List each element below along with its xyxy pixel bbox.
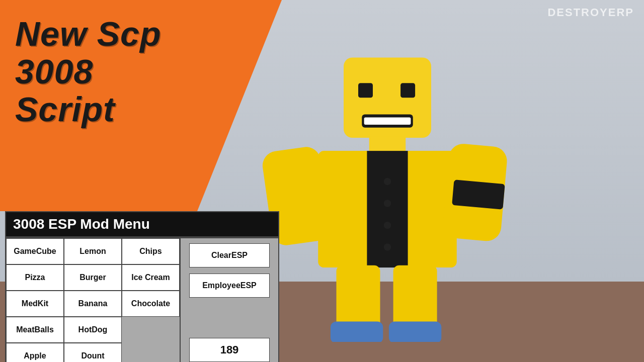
svg-rect-16 — [393, 265, 437, 331]
menu-grid: GameCube Lemon Chips Pizza Burger Ice Cr… — [6, 238, 181, 362]
svg-point-10 — [384, 222, 391, 229]
svg-rect-18 — [389, 321, 441, 342]
esp-count-display: 189 — [189, 338, 270, 362]
watermark-text: DESTROYERP — [547, 6, 634, 19]
svg-rect-15 — [337, 265, 380, 331]
menu-item-gamecube[interactable]: GameCube — [6, 238, 64, 264]
svg-point-11 — [384, 243, 391, 251]
menu-item-empty-1 — [122, 317, 180, 343]
menu-item-dount[interactable]: Dount — [64, 343, 122, 362]
menu-item-chips[interactable]: Chips — [122, 238, 180, 264]
svg-rect-17 — [331, 321, 383, 342]
banner-title: New Scp 3008 Script — [15, 15, 161, 128]
menu-right-panel: ClearESP EmployeeESP 189 — [181, 238, 278, 362]
menu-item-chocolate[interactable]: Chocolate — [122, 291, 180, 317]
mod-menu-body: GameCube Lemon Chips Pizza Burger Ice Cr… — [5, 237, 279, 362]
menu-item-icecream[interactable]: Ice Cream — [122, 264, 180, 291]
menu-item-lemon[interactable]: Lemon — [64, 238, 122, 264]
menu-item-hotdog[interactable]: HotDog — [64, 317, 122, 343]
clear-esp-button[interactable]: ClearESP — [189, 243, 270, 267]
svg-rect-14 — [452, 179, 505, 209]
svg-rect-1 — [358, 83, 373, 98]
svg-point-9 — [384, 200, 391, 207]
menu-item-burger[interactable]: Burger — [64, 264, 122, 291]
svg-point-8 — [384, 178, 391, 186]
roblox-character — [262, 50, 513, 342]
svg-rect-2 — [400, 83, 415, 98]
employee-esp-button[interactable]: EmployeeESP — [189, 274, 270, 298]
svg-rect-4 — [364, 117, 411, 125]
menu-item-banana[interactable]: Banana — [64, 291, 122, 317]
mod-menu-header: 3008 ESP Mod Menu — [5, 211, 279, 237]
menu-item-empty-2 — [122, 343, 180, 362]
menu-item-medkit[interactable]: MedKit — [6, 291, 64, 317]
menu-item-meatballs[interactable]: MeatBalls — [6, 317, 64, 343]
mod-menu: 3008 ESP Mod Menu GameCube Lemon Chips P… — [5, 211, 279, 362]
menu-item-pizza[interactable]: Pizza — [6, 264, 64, 291]
menu-item-apple[interactable]: Apple — [6, 343, 64, 362]
